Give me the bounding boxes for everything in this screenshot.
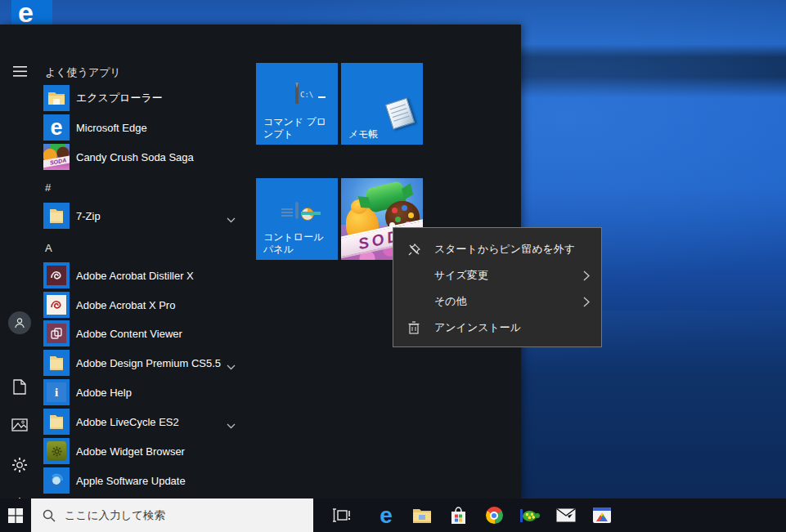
user-icon [14,317,25,329]
chevron-right-icon [583,296,590,311]
chevron-right-icon [583,270,590,284]
taskbar-turtle-app-button[interactable] [512,498,548,532]
content-viewer-icon [43,320,70,346]
tile-command-prompt[interactable]: C:\ コマンド プロンプト [256,63,338,145]
app-label: Adobe Acrobat X Pro [76,299,175,311]
menu-item-label: スタートからピン留めを外す [434,242,575,257]
frequent-apps-header: よく使うアプリ [45,65,121,80]
adobe-help-icon: i [43,379,70,405]
app-item-acrobat-distiller[interactable]: Adobe Acrobat Distiller X [39,261,245,290]
menu-item-unpin[interactable]: スタートからピン留めを外す [393,236,601,262]
taskbar-search-box[interactable] [31,498,313,532]
app-item-candy-crush[interactable]: SODA Candy Crush Soda Saga [39,142,245,172]
folder-icon [43,203,70,229]
app-item-adobe-help[interactable]: i Adobe Help [39,378,245,407]
user-account-button[interactable] [0,309,39,337]
taskbar-photos-button[interactable] [584,498,620,532]
app-item-explorer[interactable]: エクスプローラー [39,83,245,113]
menu-item-label: その他 [434,294,467,309]
taskbar-edge-button[interactable]: e [368,498,404,532]
menu-hamburger-button[interactable] [0,57,39,85]
windows-logo-icon [8,508,23,523]
store-icon [450,507,467,525]
menu-item-uninstall[interactable]: アンインストール [393,315,601,341]
windows-desktop: e [0,0,786,532]
task-view-icon [333,508,351,522]
chevron-down-icon[interactable] [227,212,236,226]
taskbar-chrome-button[interactable] [476,498,512,532]
candy-crush-icon: SODA [43,144,70,170]
menu-item-label: サイズ変更 [434,268,488,283]
task-view-button[interactable] [324,498,360,532]
search-icon [43,509,56,522]
search-input[interactable] [65,509,294,521]
acrobat-distiller-icon [43,262,70,288]
edge-icon: e [380,504,393,527]
app-item-livecycle[interactable]: Adobe LiveCycle ES2 [39,407,245,436]
turtle-icon [520,507,540,524]
app-item-edge[interactable]: e Microsoft Edge [39,113,245,142]
chevron-down-icon[interactable] [227,418,236,432]
menu-item-label: アンインストール [434,320,521,335]
section-header-hash: # [45,181,51,194]
desktop-edge-shortcut-icon[interactable]: e [11,0,52,25]
mail-icon [556,508,576,522]
app-item-content-viewer[interactable]: Adobe Content Viewer [39,319,245,348]
start-button[interactable] [0,498,31,532]
acrobat-pro-icon [43,292,70,318]
app-label: Adobe Acrobat Distiller X [76,270,194,282]
edge-letter: e [18,0,34,25]
tile-label: メモ帳 [348,128,418,141]
taskbar-store-button[interactable] [440,498,476,532]
trash-icon [406,321,421,334]
app-label: Adobe Help [76,387,132,399]
taskbar-mail-button[interactable] [548,498,584,532]
apple-update-icon [43,467,70,494]
app-label: Adobe Widget Browser [76,445,185,458]
file-explorer-icon [43,85,70,111]
tile-label: コントロール パネル [263,231,330,256]
app-label: Adobe Design Premium CS5.5 [76,357,221,369]
photos-icon [593,507,611,523]
menu-item-resize[interactable]: サイズ変更 [393,262,601,288]
app-item-design-premium[interactable]: Adobe Design Premium CS5.5 [39,348,245,378]
app-label: Adobe LiveCycle ES2 [76,416,179,428]
section-header-a: A [45,242,52,254]
app-label: Adobe Content Viewer [76,328,182,340]
chrome-icon [486,507,503,524]
app-item-7zip[interactable]: 7-Zip [39,201,245,230]
hamburger-icon [13,66,27,77]
settings-button[interactable] [0,451,39,479]
tile-notepad[interactable]: メモ帳 [341,63,423,145]
widget-browser-icon [43,438,70,464]
control-panel-icon [295,203,299,218]
gear-icon [11,457,28,473]
folder-icon [43,409,70,435]
app-label: Apple Software Update [76,475,186,487]
app-item-widget-browser[interactable]: Adobe Widget Browser [39,436,245,466]
tile-control-panel[interactable]: コントロール パネル [256,178,338,260]
file-explorer-icon [412,507,432,524]
app-item-apple-update[interactable]: Apple Software Update [39,466,245,495]
app-label: Candy Crush Soda Saga [76,151,194,163]
pictures-icon [11,418,28,431]
command-prompt-icon: C:\ [295,88,299,103]
app-label: Microsoft Edge [76,122,147,134]
unpin-icon [406,243,421,257]
taskbar-file-explorer-button[interactable] [404,498,440,532]
menu-item-more[interactable]: その他 [393,288,601,315]
tile-context-menu: スタートからピン留めを外す サイズ変更 その他 [393,227,602,347]
pictures-button[interactable] [0,411,39,439]
chevron-down-icon[interactable] [227,359,236,373]
avatar [8,311,31,334]
taskbar: e [0,498,786,532]
edge-icon: e [43,114,70,141]
app-label: エクスプローラー [76,91,163,105]
document-icon [13,379,26,395]
documents-button[interactable] [0,373,39,400]
app-item-acrobat-pro[interactable]: Adobe Acrobat X Pro [39,290,245,320]
tile-label: コマンド プロンプト [263,116,330,141]
folder-icon [43,350,70,376]
app-label: 7-Zip [76,210,101,222]
